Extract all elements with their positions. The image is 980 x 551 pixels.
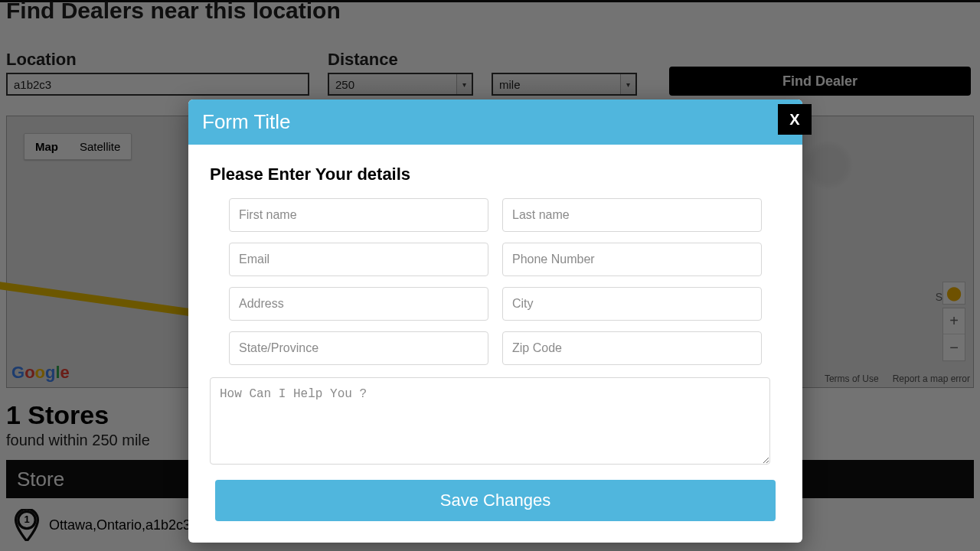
message-textarea[interactable] [210, 377, 770, 465]
form-grid [229, 198, 762, 365]
first-name-field[interactable] [229, 198, 488, 232]
address-field[interactable] [229, 287, 488, 321]
city-field[interactable] [502, 287, 762, 321]
phone-field[interactable] [502, 243, 762, 276]
modal-title: Form Title [202, 110, 291, 133]
modal-header: Form Title X [188, 99, 802, 145]
save-button[interactable]: Save Changes [215, 480, 776, 521]
zip-field[interactable] [502, 331, 762, 365]
modal-subtitle: Please Enter Your details [210, 165, 781, 184]
last-name-field[interactable] [502, 198, 762, 232]
contact-form-modal: Form Title X Please Enter Your details S… [188, 99, 802, 543]
close-button[interactable]: X [778, 104, 812, 135]
email-field[interactable] [229, 243, 488, 276]
state-field[interactable] [229, 331, 488, 365]
